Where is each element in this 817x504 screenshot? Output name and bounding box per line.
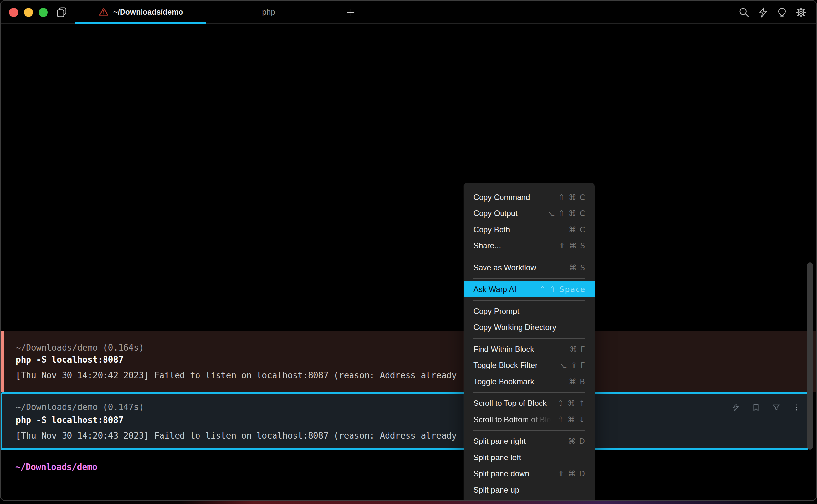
- menu-item-shortcut: ⇧ ⌘ S: [559, 242, 586, 250]
- menu-item-shortcut: ⌘ D: [568, 437, 586, 445]
- menu-item-label: Toggle Bookmark: [473, 377, 569, 386]
- menu-item-split-pane-left[interactable]: Split pane left: [463, 449, 594, 466]
- menu-item-label: Ask Warp AI: [473, 285, 539, 294]
- menu-item-label: Copy Output: [473, 209, 546, 218]
- scrollbar-thumb[interactable]: [807, 262, 813, 450]
- menu-item-shortcut: ⇧ ⌘ ↓: [557, 415, 586, 424]
- menu-item-copy-working-directory[interactable]: Copy Working Directory: [463, 319, 594, 336]
- menu-item-ask-warp-ai[interactable]: Ask Warp AI^ ⇧ Space: [463, 281, 594, 298]
- menu-item-label: Scroll to Bottom of Block: [473, 415, 557, 424]
- menu-item-shortcut: ⇧ ⌘ C: [558, 193, 586, 202]
- menu-item-share[interactable]: Share...⇧ ⌘ S: [463, 238, 594, 254]
- tab-bar: ~/Downloads/demo php: [1, 1, 816, 24]
- lightning-icon[interactable]: [732, 403, 740, 412]
- block-command: php -S localhost:8087: [16, 354, 123, 365]
- menu-item-label: Copy Prompt: [473, 307, 586, 316]
- menu-item-label: Split pane up: [473, 485, 586, 495]
- menu-item-label: Share...: [473, 241, 559, 250]
- block-meta: ~/Downloads/demo (0.147s): [16, 402, 144, 412]
- menu-item-shortcut: ⌘ F: [569, 345, 586, 353]
- menu-item-shortcut: ⌘ B: [569, 377, 586, 386]
- menu-item-shortcut: ^ ⇧ Space: [539, 285, 586, 294]
- menu-item-shortcut: ⌥ ⇧ F: [558, 361, 586, 369]
- menu-item-label: Find Within Block: [473, 345, 569, 354]
- tab-title: ~/Downloads/demo: [113, 8, 183, 17]
- menu-item-scroll-to-bottom-of-block[interactable]: Scroll to Bottom of Block⇧ ⌘ ↓: [463, 411, 594, 428]
- menu-divider: [473, 430, 585, 431]
- menu-item-toggle-bookmark[interactable]: Toggle Bookmark⌘ B: [463, 373, 594, 390]
- block-command: php -S localhost:8087: [16, 415, 123, 425]
- menu-item-label: Toggle Block Filter: [473, 361, 558, 370]
- new-tab-button[interactable]: [341, 1, 360, 24]
- menu-item-shortcut: ⇧ ⌘ D: [558, 469, 586, 478]
- menu-item-copy-command[interactable]: Copy Command⇧ ⌘ C: [463, 189, 594, 206]
- tab-php[interactable]: php: [207, 1, 331, 24]
- block-meta: ~/Downloads/demo (0.164s): [16, 342, 144, 353]
- block-toolbar: [732, 403, 801, 412]
- traffic-lights: [9, 8, 48, 17]
- topbar-icons: [738, 1, 807, 24]
- menu-item-find-within-block[interactable]: Find Within Block⌘ F: [463, 341, 594, 357]
- menu-item-save-as-workflow[interactable]: Save as Workflow⌘ S: [463, 260, 594, 276]
- menu-item-label: Copy Working Directory: [473, 323, 586, 332]
- search-icon[interactable]: [738, 7, 750, 18]
- menu-item-copy-both[interactable]: Copy Both⌘ C: [463, 222, 594, 238]
- tab-downloads-demo[interactable]: ~/Downloads/demo: [75, 1, 207, 24]
- command-block-selected[interactable]: ~/Downloads/demo (0.147s) php -S localho…: [1, 392, 808, 450]
- menu-item-copy-output[interactable]: Copy Output⌥ ⇧ ⌘ C: [463, 206, 594, 222]
- context-menu: Copy Command⇧ ⌘ CCopy Output⌥ ⇧ ⌘ CCopy …: [463, 183, 594, 501]
- menu-item-shortcut: ⌥ ⇧ ⌘ C: [546, 209, 586, 218]
- block-output: [Thu Nov 30 14:20:42 2023] Failed to lis…: [16, 370, 457, 381]
- menu-item-label: Copy Both: [473, 225, 569, 234]
- block-output: [Thu Nov 30 14:20:43 2023] Failed to lis…: [16, 430, 457, 441]
- menu-item-shortcut: ⌘ C: [569, 225, 586, 234]
- active-tab-indicator: [75, 22, 207, 24]
- lightning-icon[interactable]: [757, 7, 769, 18]
- menu-item-label: Split pane left: [473, 453, 586, 462]
- bookmark-icon[interactable]: [752, 403, 760, 412]
- zoom-window-button[interactable]: [39, 8, 48, 17]
- minimize-window-button[interactable]: [24, 8, 33, 17]
- menu-item-label: Save as Workflow: [473, 263, 569, 272]
- prompt-path[interactable]: ~/Downloads/demo: [15, 462, 97, 472]
- gear-icon[interactable]: [795, 7, 807, 18]
- menu-item-label: Split pane right: [473, 437, 568, 446]
- warning-icon: [99, 7, 109, 18]
- menu-item-shortcut: ⇧ ⌘ ↑: [557, 399, 586, 407]
- menu-divider: [473, 392, 585, 393]
- menu-item-scroll-to-top-of-block[interactable]: Scroll to Top of Block⇧ ⌘ ↑: [463, 395, 594, 412]
- menu-item-copy-prompt[interactable]: Copy Prompt: [463, 303, 594, 319]
- book-icon[interactable]: [56, 7, 67, 19]
- menu-divider: [473, 300, 585, 301]
- menu-item-split-pane-up[interactable]: Split pane up: [463, 482, 594, 498]
- menu-item-label: Copy Command: [473, 193, 558, 202]
- menu-item-label: Split pane down: [473, 469, 558, 478]
- menu-item-toggle-block-filter[interactable]: Toggle Block Filter⌥ ⇧ F: [463, 357, 594, 374]
- close-window-button[interactable]: [9, 8, 18, 17]
- command-block-error[interactable]: ~/Downloads/demo (0.164s) php -S localho…: [1, 331, 817, 392]
- warp-terminal-window: ~/Downloads/demo php: [0, 0, 817, 501]
- filter-icon[interactable]: [772, 403, 781, 412]
- menu-item-split-pane-right[interactable]: Split pane right⌘ D: [463, 433, 594, 450]
- menu-divider: [473, 278, 585, 279]
- menu-divider: [473, 338, 585, 339]
- kebab-menu-icon[interactable]: [792, 403, 801, 412]
- lightbulb-icon[interactable]: [776, 7, 788, 18]
- menu-item-split-pane-down[interactable]: Split pane down⇧ ⌘ D: [463, 466, 594, 482]
- menu-item-shortcut: ⌘ S: [569, 263, 586, 272]
- tab-title: php: [263, 8, 275, 17]
- menu-item-label: Scroll to Top of Block: [473, 399, 557, 408]
- menu-divider: [473, 257, 585, 257]
